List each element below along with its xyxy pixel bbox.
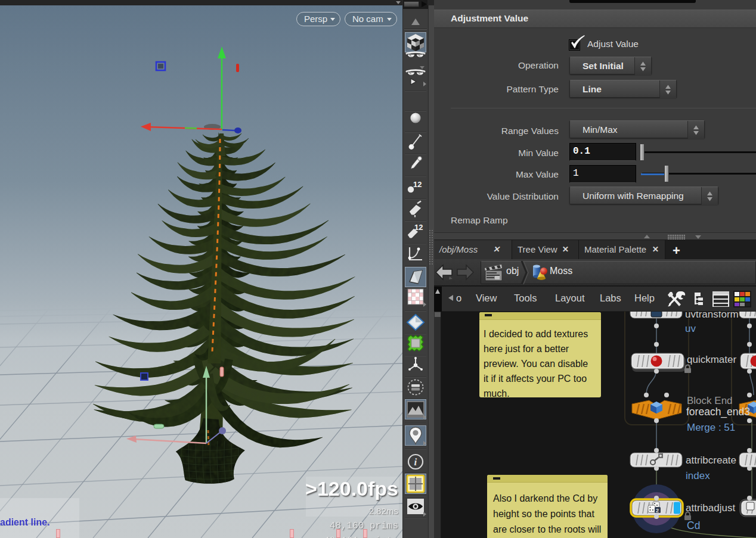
- svg-text:12: 12: [413, 180, 422, 189]
- svg-text:12: 12: [414, 223, 423, 232]
- svg-text:i: i: [414, 456, 417, 468]
- svg-text:2: 2: [656, 508, 659, 514]
